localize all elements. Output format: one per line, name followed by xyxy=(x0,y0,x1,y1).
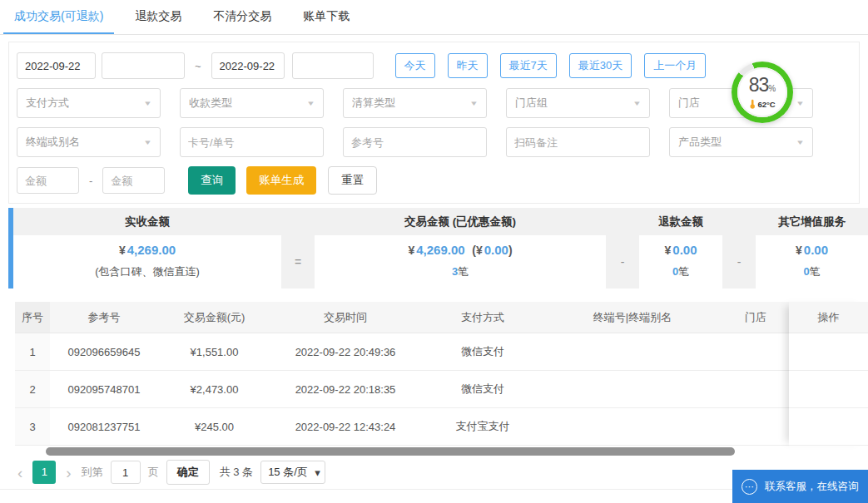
summary-transaction-value: ¥4,269.00 (¥0.00) xyxy=(315,243,606,257)
gauge-temperature: 62°C xyxy=(749,99,775,109)
header-terminal: 终端号|终端别名 xyxy=(545,310,720,325)
page-size-value: 15 条/页 xyxy=(268,465,308,480)
summary-refund-value: ¥0.00 xyxy=(639,243,722,257)
end-time-input[interactable] xyxy=(292,52,374,79)
operation-cell xyxy=(789,333,868,371)
current-page-button[interactable]: 1 xyxy=(32,461,56,484)
operation-cell xyxy=(789,371,868,408)
store-group-select[interactable]: 门店组 ▼ xyxy=(506,88,650,118)
generate-bill-button[interactable]: 账单生成 xyxy=(246,166,316,195)
end-date-input[interactable] xyxy=(211,52,285,79)
receipt-type-select[interactable]: 收款类型 ▼ xyxy=(180,88,324,118)
table-header-row: 序号 参考号 交易金额(元) 交易时间 支付方式 终端号|终端别名 门店 xyxy=(15,302,868,333)
product-type-select[interactable]: 产品类型 ▼ xyxy=(669,127,813,157)
date-range-separator: ~ xyxy=(195,60,201,72)
summary-vas-value: ¥0.00 xyxy=(756,243,868,257)
goto-page-input[interactable] xyxy=(111,461,141,484)
chevron-down-icon: ▼ xyxy=(143,100,152,107)
summary-refund-title: 退款金额 xyxy=(639,208,722,235)
customer-service-bar[interactable]: ⋯ 联系客服，在线咨询 xyxy=(732,470,868,503)
quick-range-today-button[interactable]: 今天 xyxy=(395,53,435,78)
start-time-input[interactable] xyxy=(102,52,185,79)
chevron-down-icon: ▾ xyxy=(315,466,320,479)
summary-operator-minus-1: - xyxy=(606,208,639,288)
header-operation: 操作 xyxy=(789,302,868,333)
tab-unsettled-transactions[interactable]: 不清分交易 xyxy=(202,0,282,34)
quick-range-last7days-button[interactable]: 最近7天 xyxy=(500,53,557,78)
chevron-down-icon: ▼ xyxy=(143,139,152,146)
date-filter-row: ~ 今天 昨天 最近7天 最近30天 上一个月 xyxy=(17,52,851,79)
customer-service-label: 联系客服，在线咨询 xyxy=(765,480,859,494)
header-payment-method: 支付方式 xyxy=(420,310,545,325)
total-count-label: 共 3 条 xyxy=(220,465,253,480)
quick-range-last30days-button[interactable]: 最近30天 xyxy=(569,53,632,78)
header-index: 序号 xyxy=(15,302,50,333)
select-filter-row: 支付方式 ▼ 收款类型 ▼ 清算类型 ▼ 门店组 ▼ 门店 ▼ xyxy=(17,88,851,118)
prev-page-button[interactable]: ‹ xyxy=(15,465,25,481)
table-row[interactable]: 2 092095748701 ¥2,473.00 2022-09-22 20:1… xyxy=(15,371,868,408)
summary-transaction-title: 交易金额 (已优惠金额) xyxy=(315,208,606,235)
scan-note-input[interactable] xyxy=(506,127,650,157)
card-number-input[interactable] xyxy=(180,127,324,157)
chat-ellipsis-icon: ⋯ xyxy=(742,479,757,495)
next-page-button[interactable]: › xyxy=(63,465,73,481)
tab-bill-download[interactable]: 账单下载 xyxy=(292,0,360,34)
start-date-input[interactable] xyxy=(17,52,96,79)
settlement-type-select-label: 清算类型 xyxy=(352,96,395,111)
chevron-down-icon: ▼ xyxy=(796,139,805,146)
goto-page-label: 到第 xyxy=(82,465,103,480)
tab-success-transactions[interactable]: 成功交易(可退款) xyxy=(3,0,114,34)
page-unit-label: 页 xyxy=(148,465,159,480)
filter-panel: ~ 今天 昨天 最近7天 最近30天 上一个月 支付方式 ▼ 收款类型 ▼ 清算… xyxy=(8,42,860,204)
quick-range-yesterday-button[interactable]: 昨天 xyxy=(448,53,488,78)
terminal-or-alias-select[interactable]: 终端或别名 ▼ xyxy=(17,127,161,157)
store-group-select-label: 门店组 xyxy=(515,96,548,111)
reference-number-input[interactable] xyxy=(343,127,487,157)
fixed-operation-column: 操作 xyxy=(789,302,868,446)
summary-received-value: ¥4,269.00 xyxy=(13,243,281,257)
payment-method-select[interactable]: 支付方式 ▼ xyxy=(17,88,161,118)
system-monitor-gauge[interactable]: 83% 62°C xyxy=(732,62,793,123)
summary-received-note: (包含口碑、微信直连) xyxy=(13,264,281,279)
reset-button[interactable]: 重置 xyxy=(328,166,377,195)
horizontal-scrollbar-thumb[interactable] xyxy=(46,447,735,456)
amount-range-dash: - xyxy=(89,175,92,187)
tab-refund-transactions[interactable]: 退款交易 xyxy=(124,0,192,34)
receipt-type-select-label: 收款类型 xyxy=(189,96,232,111)
terminal-or-alias-select-label: 终端或别名 xyxy=(26,135,80,150)
summary-value-added-services: 其它增值服务 ¥0.00 0笔 xyxy=(756,208,868,288)
page-size-select[interactable]: 15 条/页 ▾ xyxy=(260,461,325,484)
tab-bar: 成功交易(可退款) 退款交易 不清分交易 账单下载 xyxy=(0,0,868,35)
table-row[interactable]: 3 092081237751 ¥245.00 2022-09-22 12:43:… xyxy=(15,408,868,446)
gauge-percent: 83% xyxy=(749,76,776,98)
summary-received-title: 实收金额 xyxy=(13,208,281,235)
text-filter-row: 终端或别名 ▼ 产品类型 ▼ xyxy=(17,127,851,157)
summary-transaction-amount: 交易金额 (已优惠金额) ¥4,269.00 (¥0.00) 3笔 xyxy=(315,208,606,288)
summary-refund-count: 0笔 xyxy=(639,264,722,279)
payment-method-select-label: 支付方式 xyxy=(26,96,69,111)
summary-vas-count: 0笔 xyxy=(756,264,868,279)
table-row[interactable]: 1 092096659645 ¥1,551.00 2022-09-22 20:4… xyxy=(15,333,868,371)
settlement-type-select[interactable]: 清算类型 ▼ xyxy=(343,88,487,118)
header-reference-number: 参考号 xyxy=(50,310,158,325)
footer-divider xyxy=(0,489,734,490)
amount-max-input[interactable] xyxy=(102,167,165,194)
header-amount: 交易金额(元) xyxy=(158,310,270,325)
summary-transaction-count: 3笔 xyxy=(315,264,606,279)
pagination-bar: ‹ 1 › 到第 页 确定 共 3 条 15 条/页 ▾ xyxy=(15,458,325,486)
query-button[interactable]: 查询 xyxy=(188,166,236,195)
quick-range-lastmonth-button[interactable]: 上一个月 xyxy=(644,53,706,78)
transactions-table: 序号 参考号 交易金额(元) 交易时间 支付方式 终端号|终端别名 门店 1 0… xyxy=(15,302,868,446)
chevron-down-icon: ▼ xyxy=(469,100,479,107)
summary-band: 实收金额 ¥4,269.00 (包含口碑、微信直连) = 交易金额 (已优惠金额… xyxy=(8,208,868,288)
chevron-down-icon: ▼ xyxy=(632,100,642,107)
summary-vas-title: 其它增值服务 xyxy=(756,208,868,235)
header-time: 交易时间 xyxy=(270,310,420,325)
summary-received-amount: 实收金额 ¥4,269.00 (包含口碑、微信直连) xyxy=(13,208,281,288)
chevron-down-icon: ▼ xyxy=(306,100,315,107)
summary-operator-equals: = xyxy=(281,208,315,288)
transactions-page: 成功交易(可退款) 退款交易 不清分交易 账单下载 ~ 今天 昨天 最近7天 最… xyxy=(0,0,868,503)
amount-min-input[interactable] xyxy=(17,167,79,194)
confirm-page-button[interactable]: 确定 xyxy=(166,460,210,485)
gauge-face: 83% 62°C xyxy=(737,67,787,117)
